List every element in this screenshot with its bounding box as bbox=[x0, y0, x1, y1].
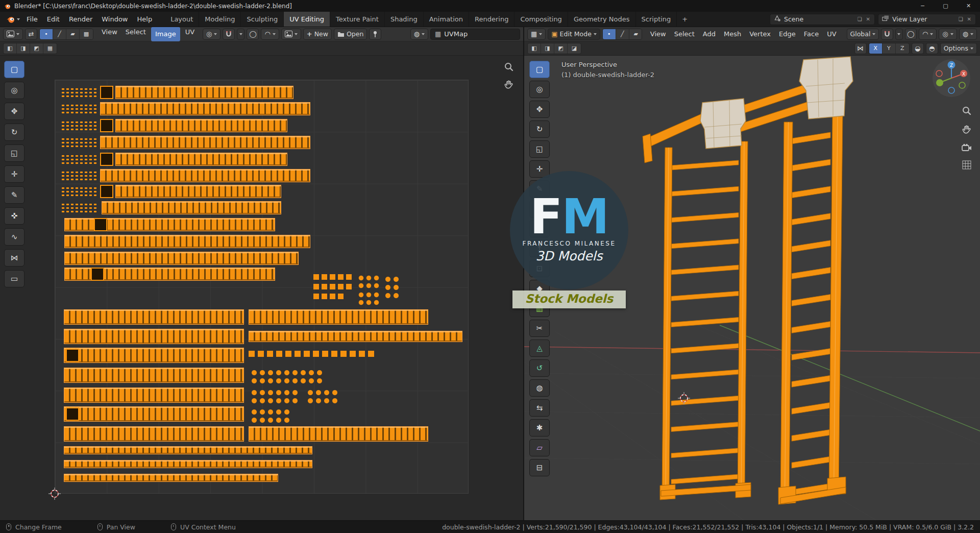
tool-select-box[interactable]: ▢ bbox=[529, 61, 550, 78]
uvmap-field[interactable]: UVMap bbox=[430, 29, 520, 40]
remove-layer-icon[interactable]: ✕ bbox=[967, 16, 972, 22]
workspace-tab-layout[interactable]: Layout bbox=[165, 12, 199, 27]
pan-hand-icon[interactable] bbox=[504, 80, 514, 91]
viewport-menu-uv[interactable]: UV bbox=[823, 27, 840, 41]
image-open-button[interactable]: Open bbox=[334, 29, 367, 40]
viewport-snap-dropdown[interactable] bbox=[895, 29, 903, 40]
mirror-x-toggle[interactable]: X bbox=[869, 43, 883, 54]
zoom-icon[interactable] bbox=[504, 62, 514, 74]
mode-dropdown[interactable]: Edit Mode bbox=[548, 29, 600, 40]
tool-measure[interactable]: ∡ bbox=[529, 200, 550, 217]
uv-display-toggle-0[interactable]: ◧ bbox=[4, 43, 17, 54]
viewport-menu-face[interactable]: Face bbox=[800, 27, 823, 41]
viewport-editor-type-button[interactable] bbox=[527, 29, 546, 40]
tool-poly-build[interactable]: ◬ bbox=[529, 340, 550, 357]
uv-menu-select[interactable]: Select bbox=[121, 25, 150, 43]
orthographic-toggle-icon[interactable] bbox=[962, 160, 971, 171]
tool-pinch[interactable]: ⋈ bbox=[4, 249, 24, 266]
viewport-display-toggle-3[interactable]: ◪ bbox=[568, 43, 581, 54]
tool-scale[interactable]: ◱ bbox=[529, 140, 550, 158]
workspace-tab-uv-editing[interactable]: UV Editing bbox=[284, 12, 330, 27]
navigation-gizmo[interactable]: Z X bbox=[932, 59, 971, 98]
snap-target-button[interactable] bbox=[926, 43, 938, 54]
workspace-tab-animation[interactable]: Animation bbox=[424, 12, 469, 27]
tool-shrink-fatten[interactable]: ✱ bbox=[529, 419, 550, 437]
viewport-menu-vertex[interactable]: Vertex bbox=[745, 27, 775, 41]
tool-smooth[interactable]: ◍ bbox=[529, 379, 550, 397]
tool-rip-region[interactable]: ⊟ bbox=[529, 459, 550, 476]
transform-orientation-dropdown[interactable]: Global bbox=[847, 29, 879, 40]
tool-spin[interactable]: ↺ bbox=[529, 359, 550, 377]
zoom-icon-3d[interactable] bbox=[962, 106, 972, 117]
camera-view-icon[interactable] bbox=[962, 143, 972, 153]
tool-shear[interactable]: ▱ bbox=[529, 439, 550, 456]
uv-menu-uv[interactable]: UV bbox=[181, 25, 199, 43]
mirror-y-toggle[interactable]: Y bbox=[883, 43, 896, 54]
tool-scale[interactable]: ◱ bbox=[4, 144, 24, 162]
viewport-menu-select[interactable]: Select bbox=[670, 27, 699, 41]
uv-pivot-dropdown[interactable] bbox=[203, 29, 220, 40]
unlink-scene-icon[interactable]: ✕ bbox=[866, 16, 871, 22]
menu-help[interactable]: Help bbox=[133, 12, 157, 27]
shading-dropdown[interactable] bbox=[959, 29, 977, 40]
workspace-tab-shading[interactable]: Shading bbox=[385, 12, 424, 27]
uv-editor-type-button[interactable] bbox=[3, 29, 23, 40]
uv-snap-toggle[interactable] bbox=[223, 29, 235, 40]
tool-knife[interactable]: ✂ bbox=[529, 320, 550, 337]
close-button[interactable]: ✕ bbox=[957, 0, 980, 12]
blender-menu-icon[interactable] bbox=[4, 15, 22, 23]
mesh-select-mode-0[interactable]: • bbox=[603, 29, 616, 39]
viewport-menu-edge[interactable]: Edge bbox=[775, 27, 800, 41]
new-scene-icon[interactable]: ❏ bbox=[857, 16, 863, 22]
symmetry-button[interactable] bbox=[854, 43, 867, 54]
viewport-display-toggle-0[interactable]: ◧ bbox=[528, 43, 541, 54]
snap-affect-button[interactable] bbox=[912, 43, 924, 54]
tool-inset[interactable]: ⊡ bbox=[529, 260, 550, 277]
gizmo-y-axis[interactable] bbox=[936, 79, 943, 86]
viewport-display-toggle-1[interactable]: ◨ bbox=[541, 43, 554, 54]
tool-rotate[interactable]: ↻ bbox=[529, 120, 550, 138]
maximize-button[interactable]: ▢ bbox=[934, 0, 957, 12]
tool-move[interactable]: ✥ bbox=[529, 101, 550, 118]
new-layer-icon[interactable]: ❏ bbox=[958, 16, 964, 22]
minimize-button[interactable]: ─ bbox=[911, 0, 934, 12]
options-button[interactable]: Options bbox=[940, 43, 977, 54]
mirror-z-toggle[interactable]: Z bbox=[896, 43, 909, 54]
tool-rip[interactable]: ▭ bbox=[4, 270, 24, 287]
uv-canvas[interactable]: ▢◎✥↻◱✛✎✜∿⋈▭ bbox=[0, 56, 523, 520]
tool-cursor[interactable]: ◎ bbox=[4, 82, 24, 99]
image-browse-button[interactable] bbox=[281, 29, 301, 40]
tool-bevel[interactable]: ◆ bbox=[529, 280, 550, 297]
viewport-proportional-toggle[interactable] bbox=[905, 29, 917, 40]
workspace-tab-scripting[interactable]: Scripting bbox=[636, 12, 677, 27]
tool-rotate[interactable]: ↻ bbox=[4, 124, 24, 141]
uv-menu-view[interactable]: View bbox=[97, 25, 121, 43]
scene-selector[interactable]: Scene ❏ ✕ bbox=[770, 14, 875, 25]
menu-file[interactable]: File bbox=[22, 12, 42, 27]
uv-select-mode-1[interactable]: ╱ bbox=[53, 29, 66, 39]
tool-select-box[interactable]: ▢ bbox=[4, 61, 24, 78]
uv-select-mode-0[interactable]: • bbox=[40, 29, 53, 39]
tool-transform[interactable]: ✛ bbox=[529, 160, 550, 178]
viewport-menu-add[interactable]: Add bbox=[699, 27, 720, 41]
workspace-tab-modeling[interactable]: Modeling bbox=[199, 12, 241, 27]
viewport-falloff-dropdown[interactable] bbox=[919, 29, 937, 40]
uv-menu-image[interactable]: Image bbox=[151, 27, 180, 41]
tool-move[interactable]: ✥ bbox=[4, 103, 24, 120]
tool-annotate[interactable]: ✎ bbox=[4, 186, 24, 204]
tool-edge-slide[interactable]: ⇆ bbox=[529, 399, 550, 417]
overlays-dropdown[interactable] bbox=[939, 29, 957, 40]
pin-button[interactable] bbox=[369, 29, 381, 40]
viewport-snap-toggle[interactable] bbox=[881, 29, 893, 40]
tool-relax[interactable]: ∿ bbox=[4, 228, 24, 246]
tool-transform[interactable]: ✛ bbox=[4, 165, 24, 183]
tool-grab[interactable]: ✜ bbox=[4, 207, 24, 225]
viewport-menu-view[interactable]: View bbox=[646, 27, 670, 41]
menu-render[interactable]: Render bbox=[64, 12, 97, 27]
uv-display-toggle-1[interactable]: ◨ bbox=[17, 43, 30, 54]
uv-falloff-dropdown[interactable] bbox=[261, 29, 279, 40]
menu-window[interactable]: Window bbox=[97, 12, 132, 27]
workspace-tab-geometry-nodes[interactable]: Geometry Nodes bbox=[568, 12, 636, 27]
workspace-tab-rendering[interactable]: Rendering bbox=[469, 12, 514, 27]
mesh-select-mode-1[interactable]: ╱ bbox=[616, 29, 629, 39]
